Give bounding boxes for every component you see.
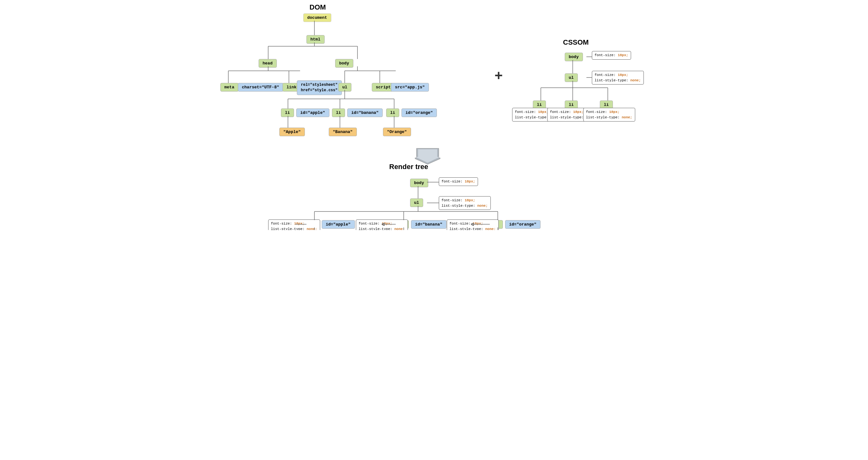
dom-title: DOM: [310, 3, 326, 11]
node-charset: charset="UTF-8": [238, 83, 283, 92]
node-banana-text: "Banana": [329, 128, 357, 136]
node-ul-render: ul: [410, 198, 424, 207]
cssom-title: CSSOM: [563, 38, 589, 47]
node-body-dom: body: [335, 59, 353, 68]
node-orange-text: "Orange": [383, 128, 411, 136]
css-ul-render-box: font-size: 18px;list-style-type: none;: [439, 196, 491, 210]
node-id-banana-render: id="banana": [411, 220, 447, 229]
node-src: src="app.js": [391, 83, 429, 92]
node-html: html: [306, 35, 324, 44]
node-id-orange-render: id="orange": [505, 220, 541, 229]
node-body-render: body: [410, 179, 428, 187]
css-li-banana-render: font-size: 18px;list-style-type: none;: [356, 219, 408, 230]
css-ul-box: font-size: 18px;list-style-type: none;: [592, 71, 644, 85]
node-li-banana: li: [332, 109, 345, 117]
plus-sign: +: [495, 69, 503, 85]
node-ul-dom: ul: [338, 83, 352, 92]
node-head: head: [259, 59, 277, 68]
css-body-render-box: font-size: 18px;: [439, 177, 478, 186]
node-meta: meta: [220, 83, 239, 92]
node-ul-cssom: ul: [565, 73, 578, 82]
node-apple-text: "Apple": [279, 128, 305, 136]
node-id-apple: id="apple": [296, 109, 330, 117]
css-li-orange-render: font-size: 18px;list-style-type: none;: [447, 219, 499, 230]
node-document: document: [303, 13, 331, 22]
render-tree-title: Render tree: [390, 163, 428, 171]
node-id-orange: id="orange": [401, 109, 437, 117]
node-li-apple: li: [281, 109, 294, 117]
node-rel-href: rel="stylesheet"href="style.css": [297, 81, 342, 95]
node-id-apple-render: id="apple": [322, 220, 355, 229]
css-li-apple-render: font-size: 18px;list-style-type: none;: [268, 219, 320, 230]
node-li-orange: li: [386, 109, 400, 117]
node-id-banana: id="banana": [347, 109, 383, 117]
css-body-box: font-size: 18px;: [592, 51, 631, 60]
node-body-cssom: body: [565, 53, 583, 61]
css-li-box-3: font-size: 18px;list-style-type: none;: [583, 108, 635, 122]
